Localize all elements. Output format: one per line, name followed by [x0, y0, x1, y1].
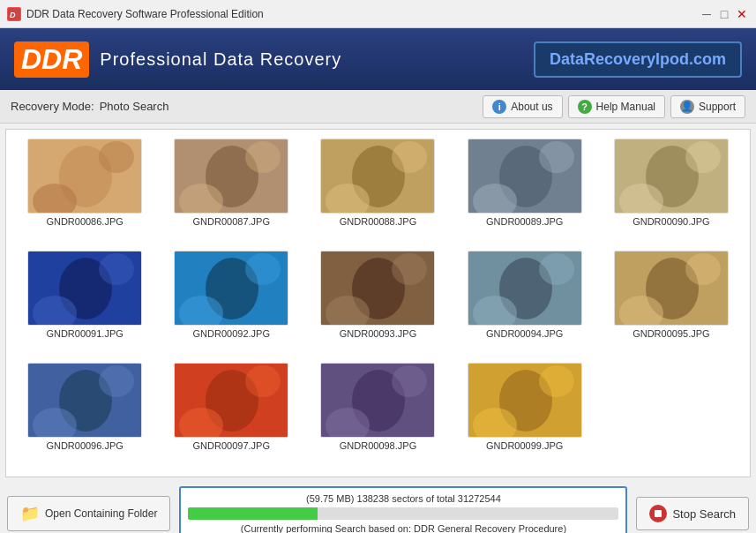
title-bar: D DDR Data Recovery Software Professiona… — [0, 0, 756, 28]
photo-thumbnail-GNDR00090[interactable] — [614, 139, 729, 214]
photo-thumbnail-GNDR00096[interactable] — [27, 363, 142, 438]
photo-filename-GNDR00086: GNDR00086.JPG — [46, 216, 123, 227]
photo-thumbnail-GNDR00095[interactable] — [614, 251, 729, 326]
minimize-button[interactable]: ─ — [700, 7, 714, 21]
app-header: DDR Professional Data Recovery DataRecov… — [0, 28, 756, 90]
photo-grid: GNDR00086.JPGGNDR00087.JPGGNDR00088.JPGG… — [6, 130, 750, 477]
photo-filename-GNDR00099: GNDR00099.JPG — [486, 440, 563, 451]
app-icon: D — [7, 7, 21, 21]
svg-point-53 — [392, 365, 427, 397]
help-icon: ? — [578, 100, 592, 114]
photo-item-GNDR00095: GNDR00095.JPG — [602, 251, 741, 356]
logo-area: DDR Professional Data Recovery — [14, 41, 341, 78]
window-title: DDR Data Recovery Software Professional … — [26, 8, 264, 20]
recovery-mode: Recovery Mode: Photo Search — [11, 100, 168, 113]
photo-item-GNDR00090: GNDR00090.JPG — [602, 139, 741, 244]
photo-filename-GNDR00094: GNDR00094.JPG — [486, 328, 563, 339]
photo-thumbnail-GNDR00087[interactable] — [174, 139, 288, 214]
photo-thumbnail-GNDR00089[interactable] — [468, 139, 582, 214]
photo-thumbnail-GNDR00091[interactable] — [27, 251, 142, 326]
photo-item-GNDR00093: GNDR00093.JPG — [308, 251, 447, 356]
photo-filename-GNDR00095: GNDR00095.JPG — [632, 328, 709, 339]
svg-point-17 — [539, 141, 574, 173]
svg-point-25 — [99, 253, 134, 285]
photo-item-GNDR00088: GNDR00088.JPG — [308, 139, 447, 244]
photo-filename-GNDR00097: GNDR00097.JPG — [193, 440, 270, 451]
photo-grid-container: GNDR00086.JPGGNDR00087.JPGGNDR00088.JPGG… — [5, 129, 751, 477]
photo-thumbnail-GNDR00092[interactable] — [174, 251, 288, 326]
restore-button[interactable]: □ — [717, 7, 731, 21]
stop-icon — [649, 505, 667, 522]
support-button[interactable]: 👤 Support — [670, 95, 745, 118]
photo-thumbnail-GNDR00088[interactable] — [320, 139, 435, 214]
help-label: Help Manual — [596, 101, 655, 113]
svg-point-37 — [539, 253, 574, 285]
progress-bar-container — [188, 507, 618, 520]
photo-thumbnail-GNDR00094[interactable] — [468, 251, 582, 326]
photo-filename-GNDR00096: GNDR00096.JPG — [46, 440, 123, 451]
photo-item-GNDR00087: GNDR00087.JPG — [161, 139, 301, 244]
photo-filename-GNDR00090: GNDR00090.JPG — [632, 216, 709, 227]
help-manual-button[interactable]: ? Help Manual — [568, 95, 665, 118]
mode-value: Photo Search — [100, 100, 169, 113]
photo-item-GNDR00089: GNDR00089.JPG — [455, 139, 595, 244]
progress-text: (59.75 MB) 138238 sectors of total 31272… — [188, 493, 618, 504]
svg-point-45 — [99, 365, 134, 397]
stop-search-label: Stop Search — [672, 507, 736, 521]
support-label: Support — [699, 101, 736, 113]
photo-item-GNDR00092: GNDR00092.JPG — [161, 251, 301, 356]
domain-banner: DataRecoveryIpod.com — [534, 41, 742, 78]
photo-item-GNDR00091: GNDR00091.JPG — [15, 251, 154, 356]
open-folder-button[interactable]: 📁 Open Containing Folder — [7, 496, 170, 531]
open-folder-label: Open Containing Folder — [45, 507, 157, 520]
info-icon: i — [492, 100, 506, 114]
photo-filename-GNDR00088: GNDR00088.JPG — [340, 216, 416, 227]
photo-filename-GNDR00092: GNDR00092.JPG — [193, 328, 270, 339]
photo-thumbnail-GNDR00099[interactable] — [468, 363, 582, 438]
about-label: About us — [511, 101, 552, 113]
svg-point-29 — [245, 253, 281, 285]
photo-item-GNDR00096: GNDR00096.JPG — [15, 363, 154, 468]
photo-filename-GNDR00091: GNDR00091.JPG — [46, 328, 123, 339]
svg-point-5 — [99, 141, 134, 173]
svg-point-33 — [392, 253, 427, 285]
svg-point-57 — [539, 365, 574, 397]
photo-item-GNDR00086: GNDR00086.JPG — [15, 139, 154, 244]
photo-filename-GNDR00089: GNDR00089.JPG — [486, 216, 563, 227]
window-controls: ─ □ ✕ — [700, 7, 749, 21]
title-bar-left: D DDR Data Recovery Software Professiona… — [7, 7, 264, 21]
about-button[interactable]: i About us — [483, 95, 562, 118]
folder-icon: 📁 — [20, 504, 40, 523]
svg-point-49 — [245, 365, 281, 397]
photo-filename-GNDR00093: GNDR00093.JPG — [340, 328, 416, 339]
photo-filename-GNDR00087: GNDR00087.JPG — [193, 216, 270, 227]
nav-bar: Recovery Mode: Photo Search i About us ?… — [0, 90, 756, 124]
svg-point-13 — [392, 141, 427, 173]
action-bar: 📁 Open Containing Folder (59.75 MB) 1382… — [0, 483, 756, 533]
ddr-logo: DDR — [14, 41, 89, 78]
close-button[interactable]: ✕ — [735, 7, 749, 21]
progress-panel: (59.75 MB) 138238 sectors of total 31272… — [179, 486, 627, 533]
photo-item-GNDR00099: GNDR00099.JPG — [455, 363, 595, 468]
svg-text:D: D — [10, 11, 16, 19]
photo-item-GNDR00094: GNDR00094.JPG — [455, 251, 595, 356]
nav-buttons: i About us ? Help Manual 👤 Support — [483, 95, 745, 118]
photo-filename-GNDR00098: GNDR00098.JPG — [340, 440, 416, 451]
photo-thumbnail-GNDR00093[interactable] — [320, 251, 435, 326]
progress-bar-fill — [188, 507, 317, 520]
photo-thumbnail-GNDR00097[interactable] — [174, 363, 288, 438]
stop-search-button[interactable]: Stop Search — [636, 497, 749, 530]
app-title: Professional Data Recovery — [100, 49, 341, 70]
photo-thumbnail-GNDR00098[interactable] — [320, 363, 435, 438]
stop-icon-inner — [655, 510, 662, 517]
photo-item-GNDR00098: GNDR00098.JPG — [308, 363, 447, 468]
support-icon: 👤 — [680, 100, 694, 114]
svg-point-9 — [245, 141, 281, 173]
photo-item-GNDR00097: GNDR00097.JPG — [161, 363, 301, 468]
progress-status: (Currently performing Search based on: D… — [188, 523, 618, 533]
photo-thumbnail-GNDR00086[interactable] — [27, 139, 142, 214]
svg-point-41 — [685, 253, 721, 285]
mode-label: Recovery Mode: — [11, 100, 94, 113]
svg-point-21 — [685, 141, 721, 173]
